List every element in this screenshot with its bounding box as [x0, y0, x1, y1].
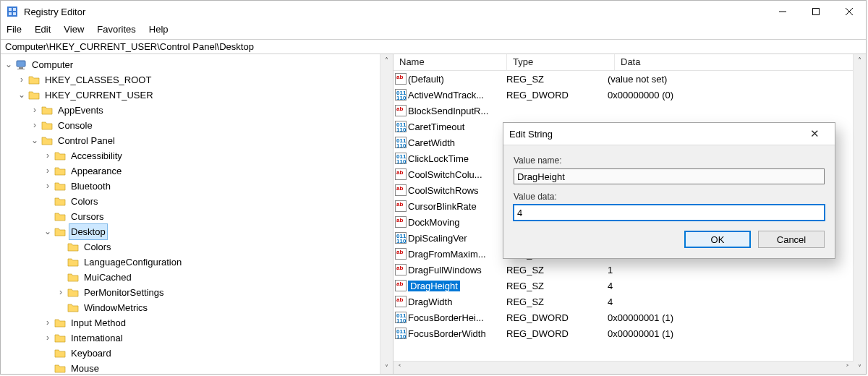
value-type: REG_DWORD: [501, 312, 602, 323]
folder-icon: [41, 120, 53, 132]
registry-tree[interactable]: Computer HKEY_CLASSES_ROOT HKEY_CURRENT_…: [1, 54, 393, 374]
string-value-icon: ab: [395, 296, 407, 307]
ok-button[interactable]: OK: [684, 231, 751, 248]
collapse-icon[interactable]: [43, 224, 53, 239]
tree-node[interactable]: Bluetooth: [4, 179, 393, 194]
tree-node[interactable]: Console: [4, 118, 393, 133]
tree-node-label: Colors: [82, 239, 114, 255]
maximize-button[interactable]: [799, 1, 833, 22]
table-row[interactable]: 011 110FocusBorderHei...REG_DWORD0x00000…: [393, 309, 866, 325]
menu-file[interactable]: File: [7, 24, 22, 35]
collapse-icon[interactable]: [4, 57, 14, 72]
collapse-icon[interactable]: [17, 87, 27, 103]
expand-icon[interactable]: [43, 179, 53, 194]
tree-node-label: HKEY_CURRENT_USER: [43, 87, 156, 103]
value-type: REG_SZ: [501, 296, 602, 307]
tree-node[interactable]: MuiCached: [4, 270, 393, 285]
string-value-icon: ab: [395, 264, 407, 275]
scroll-left-icon[interactable]: ˂: [393, 362, 406, 374]
table-row[interactable]: ab(Default)REG_SZ(value not set): [393, 71, 866, 87]
tree-node-label: PerMonitorSettings: [82, 284, 166, 301]
tree-node[interactable]: Colors: [4, 194, 393, 209]
column-name[interactable]: Name: [393, 54, 507, 70]
tree-node-label: International: [69, 330, 125, 346]
scroll-down-icon[interactable]: ˅: [854, 362, 866, 374]
svg-rect-4: [13, 12, 16, 15]
folder-icon: [41, 105, 53, 116]
value-data-input[interactable]: [514, 205, 825, 221]
table-row[interactable]: abDragWidthREG_SZ4: [393, 294, 866, 309]
tree-node[interactable]: Colors: [4, 239, 393, 255]
tree-node[interactable]: Accessibility: [4, 148, 393, 163]
tree-node-label: Colors: [69, 193, 101, 210]
expand-icon[interactable]: [43, 315, 53, 330]
value-name-input[interactable]: [514, 168, 825, 184]
tree-node[interactable]: Input Method: [4, 315, 393, 330]
scroll-up-icon[interactable]: ˄: [854, 54, 866, 67]
expand-icon[interactable]: [43, 163, 53, 179]
menu-favorites[interactable]: Favorites: [97, 24, 135, 35]
dialog-close-button[interactable]: ✕: [800, 127, 829, 140]
tree-node[interactable]: PerMonitorSettings: [4, 285, 393, 300]
tree-node[interactable]: Appearance: [4, 163, 393, 179]
tree-node[interactable]: Computer: [4, 57, 393, 72]
tree-node[interactable]: Desktop: [4, 224, 393, 239]
tree-scrollbar[interactable]: ˄ ˅: [380, 54, 393, 374]
value-name: DragHeight: [408, 281, 460, 291]
tree-node[interactable]: HKEY_CURRENT_USER: [4, 87, 393, 103]
minimize-button[interactable]: [766, 1, 799, 22]
address-bar[interactable]: Computer\HKEY_CURRENT_USER\Control Panel…: [1, 39, 866, 54]
value-data: 0x00000000 (0): [602, 90, 866, 101]
string-value-icon: ab: [395, 73, 407, 85]
scroll-down-icon[interactable]: ˅: [380, 362, 393, 374]
menu-edit[interactable]: Edit: [35, 24, 51, 35]
tree-node-label: Accessibility: [69, 148, 124, 164]
tree-node[interactable]: AppEvents: [4, 103, 393, 118]
folder-icon: [67, 302, 79, 314]
table-row[interactable]: 011 110ActiveWndTrack...REG_DWORD0x00000…: [393, 87, 866, 103]
tree-node[interactable]: WindowMetrics: [4, 300, 393, 315]
tree-node[interactable]: International: [4, 330, 393, 346]
expand-icon[interactable]: [43, 330, 53, 346]
scroll-up-icon[interactable]: ˄: [380, 54, 393, 67]
folder-icon: [54, 317, 66, 329]
value-name: DragWidth: [408, 296, 452, 307]
collapse-icon[interactable]: [30, 133, 40, 148]
tree-node-label: LanguageConfiguration: [82, 254, 184, 270]
column-data[interactable]: Data: [615, 54, 854, 70]
tree-node[interactable]: Keyboard: [4, 346, 393, 361]
tree-node[interactable]: LanguageConfiguration: [4, 255, 393, 270]
svg-rect-3: [9, 12, 12, 15]
cancel-button[interactable]: Cancel: [758, 231, 825, 248]
list-scrollbar-horizontal[interactable]: ˂ ˃: [393, 361, 854, 374]
expand-icon[interactable]: [30, 118, 40, 133]
tree-node[interactable]: Mouse: [4, 361, 393, 374]
tree-node-label: Appearance: [69, 163, 124, 179]
value-name: ClickLockTime: [408, 153, 469, 164]
close-button[interactable]: [833, 1, 866, 22]
expand-icon[interactable]: [17, 72, 27, 87]
value-type: REG_DWORD: [501, 328, 602, 339]
tree-node[interactable]: Cursors: [4, 209, 393, 224]
tree-node[interactable]: HKEY_CLASSES_ROOT: [4, 72, 393, 87]
table-row[interactable]: abDragFullWindowsREG_SZ1: [393, 262, 866, 278]
value-name: CaretWidth: [408, 137, 455, 148]
list-scrollbar-vertical[interactable]: ˄ ˅: [853, 54, 866, 374]
dword-value-icon: 011 110: [395, 328, 407, 339]
expand-icon[interactable]: [56, 285, 66, 300]
table-row[interactable]: 011 110FocusBorderWidthREG_DWORD0x000000…: [393, 325, 866, 341]
expand-icon[interactable]: [30, 103, 40, 118]
dword-value-icon: 011 110: [395, 89, 407, 101]
svg-rect-6: [813, 9, 820, 15]
table-row[interactable]: abBlockSendInputR...: [393, 103, 866, 119]
menu-help[interactable]: Help: [149, 24, 169, 35]
dialog-title: Edit String: [509, 129, 800, 140]
tree-node[interactable]: Control Panel: [4, 133, 393, 148]
column-type[interactable]: Type: [507, 54, 615, 70]
expand-icon[interactable]: [43, 148, 53, 163]
menu-view[interactable]: View: [64, 24, 84, 35]
folder-icon: [54, 181, 66, 192]
table-row[interactable]: abDragHeightREG_SZ4: [393, 278, 866, 294]
scroll-right-icon[interactable]: ˃: [841, 362, 854, 374]
tree-node-label: AppEvents: [56, 102, 106, 119]
